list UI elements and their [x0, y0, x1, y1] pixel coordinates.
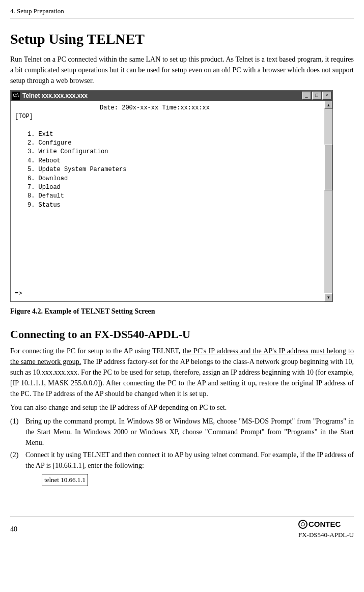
menu-item: 1. Exit	[27, 130, 320, 139]
brand-logo: CONTEC	[298, 519, 354, 530]
maximize-icon: □	[312, 92, 321, 100]
terminal-area: Date: 200x-xx-xx Time:xx:xx:xx [TOP] 1. …	[11, 101, 332, 302]
window-buttons: _ □ ×	[302, 92, 331, 100]
connecting-paragraph: For connecting the PC for setup to the A…	[10, 346, 354, 399]
menu-item: 3. Write Configuration	[27, 148, 320, 156]
scroll-up-icon: ▴	[324, 101, 332, 109]
brand-name: CONTEC	[309, 519, 341, 530]
step-number: (1)	[10, 416, 25, 448]
model-name: FX-DS540-APDL-U	[298, 530, 354, 540]
scroll-thumb	[324, 145, 332, 190]
window-title: Telnet xxx.xxx.xxx.xxx	[22, 91, 302, 100]
scroll-track	[324, 190, 332, 294]
step-text: Bring up the command prompt. In Windows …	[25, 416, 354, 448]
console-icon: C:\	[12, 92, 20, 100]
terminal-top-label: [TOP]	[15, 112, 320, 121]
step-number: (2)	[10, 449, 25, 471]
terminal-date: Date: 200x-xx-xx Time:xx:xx:xx	[15, 104, 320, 112]
step-item: (1) Bring up the command prompt. In Wind…	[10, 416, 354, 448]
menu-item: 8. Default	[27, 192, 320, 201]
scroll-down-icon: ▾	[324, 293, 332, 301]
logo-icon	[298, 520, 307, 529]
footer: 40 CONTEC FX-DS540-APDL-U	[10, 517, 354, 540]
menu-item: 4. Reboot	[27, 157, 320, 165]
menu-item: 5. Update System Parameters	[27, 165, 320, 174]
menu-item: 9. Status	[27, 201, 320, 210]
close-icon: ×	[322, 92, 331, 100]
page-title: Setup Using TELNET	[10, 29, 354, 50]
header-section: 4. Setup Preparation	[10, 6, 354, 18]
subheading: Connecting to an FX-DS540-APDL-U	[10, 326, 354, 343]
titlebar: C:\ Telnet xxx.xxx.xxx.xxx _ □ ×	[11, 91, 332, 101]
footer-right: CONTEC FX-DS540-APDL-U	[298, 519, 354, 540]
terminal-prompt: => _	[15, 290, 320, 298]
terminal-menu: 1. Exit 2. Configure 3. Write Configurat…	[15, 130, 320, 210]
page-number: 40	[10, 524, 17, 534]
command-box: telnet 10.66.1.1	[42, 474, 88, 486]
intro-paragraph: Run Telnet on a PC connected within the …	[10, 54, 354, 86]
telnet-screenshot: C:\ Telnet xxx.xxx.xxx.xxx _ □ × Date: 2…	[10, 90, 333, 302]
menu-item: 7. Upload	[27, 183, 320, 192]
menu-item: 6. Download	[27, 175, 320, 183]
change-paragraph: You can also change and setup the IP add…	[10, 402, 354, 413]
minimize-icon: _	[302, 92, 311, 100]
para2-pre: For connecting the PC for setup to the A…	[10, 347, 183, 355]
scrollbar-vertical: ▴ ▾	[324, 101, 332, 302]
terminal-content: Date: 200x-xx-xx Time:xx:xx:xx [TOP] 1. …	[11, 101, 324, 302]
step-text: Connect it by using TELNET and then conn…	[25, 449, 354, 471]
step-item: (2) Connect it by using TELNET and then …	[10, 449, 354, 471]
figure-caption: Figure 4.2. Example of TELNET Setting Sc…	[10, 306, 354, 317]
menu-item: 2. Configure	[27, 139, 320, 148]
